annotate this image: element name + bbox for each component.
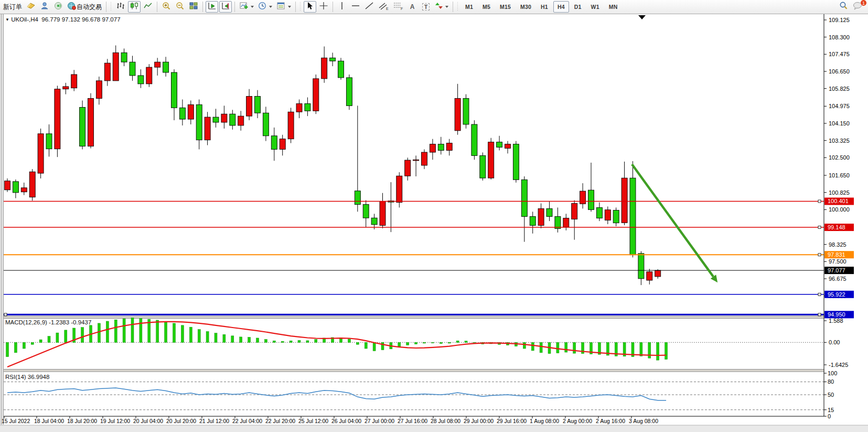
timeframe-m5-button[interactable]: M5	[478, 1, 495, 13]
label-tool-button[interactable]: T	[420, 1, 432, 13]
timeframe-d1-button[interactable]: D1	[570, 1, 586, 13]
metaeditor-button[interactable]	[38, 1, 51, 13]
chart-shift-button[interactable]	[219, 1, 232, 13]
chevron-down-icon	[445, 6, 448, 8]
svg-text:18 Jul 20:00: 18 Jul 20:00	[67, 418, 97, 424]
signal-icon	[53, 2, 63, 12]
main-toolbar: 新订单 自动交易	[0, 0, 868, 14]
timeframe-h4-button[interactable]: H4	[553, 1, 569, 13]
notification-badge: 1	[860, 0, 867, 6]
timeframe-mn-button[interactable]: MN	[605, 1, 622, 13]
fibonacci-button[interactable]: F	[391, 1, 405, 13]
svg-text:22 Jul 20:00: 22 Jul 20:00	[265, 418, 295, 424]
svg-text:50: 50	[828, 392, 834, 398]
arrows-shapes-icon	[435, 2, 443, 12]
cursor-button[interactable]	[304, 1, 316, 13]
chevron-down-icon	[251, 6, 254, 8]
svg-text:106.650: 106.650	[829, 68, 850, 75]
toolbar-grip	[110, 2, 112, 12]
svg-text:100.825: 100.825	[829, 189, 850, 196]
person-icon	[40, 2, 49, 12]
toolbar-separator	[453, 2, 453, 12]
svg-text:97.831: 97.831	[828, 251, 845, 258]
timeframe-m1-button[interactable]: M1	[461, 1, 477, 13]
svg-text:0.00: 0.00	[829, 339, 840, 345]
templates-button[interactable]	[275, 1, 293, 13]
svg-text:21 Jul 12:00: 21 Jul 12:00	[199, 418, 229, 424]
notifications-button[interactable]: 1	[851, 1, 864, 13]
svg-text:2 Aug 00:00: 2 Aug 00:00	[563, 418, 592, 424]
svg-text:E: E	[386, 7, 389, 10]
svg-text:97.077: 97.077	[828, 267, 845, 273]
auto-scroll-button[interactable]	[206, 1, 218, 13]
text-tool-button[interactable]: A	[406, 1, 419, 13]
svg-text:20 Jul 20:00: 20 Jul 20:00	[166, 418, 196, 424]
svg-text:100.000: 100.000	[829, 206, 850, 213]
deposit-button[interactable]	[25, 1, 37, 13]
svg-text:19 Jul 12:00: 19 Jul 12:00	[100, 418, 130, 424]
autotrading-button[interactable]: 自动交易	[66, 1, 103, 13]
timeframe-group: M1M5M15M30H1H4D1W1MN	[460, 1, 622, 13]
line-chart-icon	[143, 2, 153, 12]
candlestick-chart-button[interactable]	[128, 1, 141, 13]
timeframe-w1-button[interactable]: W1	[587, 1, 604, 13]
clock-icon	[258, 2, 267, 12]
svg-text:0: 0	[828, 413, 831, 419]
timeframe-m30-button[interactable]: M30	[516, 1, 535, 13]
search-button[interactable]	[837, 1, 850, 13]
svg-text:26 Jul 04:00: 26 Jul 04:00	[331, 418, 361, 424]
terminal-window: { "toolbar": { "new_order_label": "新订单",…	[0, 0, 868, 432]
chart-window[interactable]: ▼ UKOil-,H4 96.779 97.132 96.678 97.077 …	[0, 14, 868, 432]
indicators-button[interactable]	[238, 1, 255, 13]
candlestick-chart-icon	[130, 2, 139, 12]
chevron-down-icon	[288, 6, 291, 8]
svg-text:80: 80	[828, 378, 834, 385]
toolbar-separator	[234, 2, 235, 12]
fibonacci-icon: F	[393, 2, 403, 13]
tile-windows-button[interactable]	[187, 1, 200, 13]
new-order-button[interactable]: 新订单	[2, 1, 24, 13]
shapes-button[interactable]	[433, 1, 450, 13]
bar-chart-icon	[116, 2, 125, 12]
svg-text:101.650: 101.650	[829, 172, 850, 178]
trendline-button[interactable]	[363, 1, 376, 13]
zoom-out-button[interactable]	[174, 1, 186, 13]
broadcast-button[interactable]	[52, 1, 65, 13]
vertical-line-button[interactable]	[336, 1, 348, 13]
svg-text:28 Jul 08:00: 28 Jul 08:00	[431, 418, 460, 424]
toolbar-grip	[457, 2, 459, 12]
line-chart-button[interactable]	[142, 1, 154, 13]
svg-text:109.125: 109.125	[829, 17, 850, 23]
collapse-icon[interactable]: ▼	[5, 17, 9, 22]
bar-chart-button[interactable]	[114, 1, 127, 13]
autotrading-label: 自动交易	[77, 3, 102, 12]
chevron-down-icon	[269, 6, 272, 8]
timeframe-m15-button[interactable]: M15	[496, 1, 515, 13]
svg-text:99.148: 99.148	[828, 224, 845, 230]
indicators-plus-icon	[239, 2, 249, 12]
svg-text:2 Aug 16:00: 2 Aug 16:00	[596, 418, 625, 424]
periods-button[interactable]	[256, 1, 274, 13]
equidistant-channel-button[interactable]: E	[377, 1, 390, 13]
svg-text:29 Jul 16:00: 29 Jul 16:00	[497, 418, 527, 424]
svg-text:102.500: 102.500	[829, 154, 850, 161]
toolbar-right: 1	[837, 1, 865, 13]
svg-text:1 Aug 08:00: 1 Aug 08:00	[530, 418, 559, 424]
zoom-out-icon	[175, 2, 185, 13]
svg-text:27 Jul 16:00: 27 Jul 16:00	[398, 418, 427, 424]
timeframe-h1-button[interactable]: H1	[537, 1, 552, 13]
chart-canvas[interactable]: 109.125108.300107.475106.650105.825104.9…	[0, 14, 868, 432]
zoom-in-button[interactable]	[160, 1, 173, 13]
svg-text:18 Jul 04:00: 18 Jul 04:00	[34, 418, 64, 424]
trendline-icon	[365, 2, 374, 12]
svg-text:F: F	[401, 7, 403, 10]
crosshair-button[interactable]	[317, 1, 330, 13]
svg-text:100: 100	[828, 370, 837, 376]
zoom-in-icon	[162, 2, 171, 13]
svg-text:103.325: 103.325	[829, 138, 850, 144]
symbol-period-label: UKOil-,H4	[11, 16, 38, 23]
horizontal-line-icon	[351, 2, 360, 12]
svg-text:95.922: 95.922	[828, 291, 845, 298]
horizontal-line-button[interactable]	[349, 1, 362, 13]
chart-title: ▼ UKOil-,H4 96.779 97.132 96.678 97.077	[5, 16, 121, 23]
